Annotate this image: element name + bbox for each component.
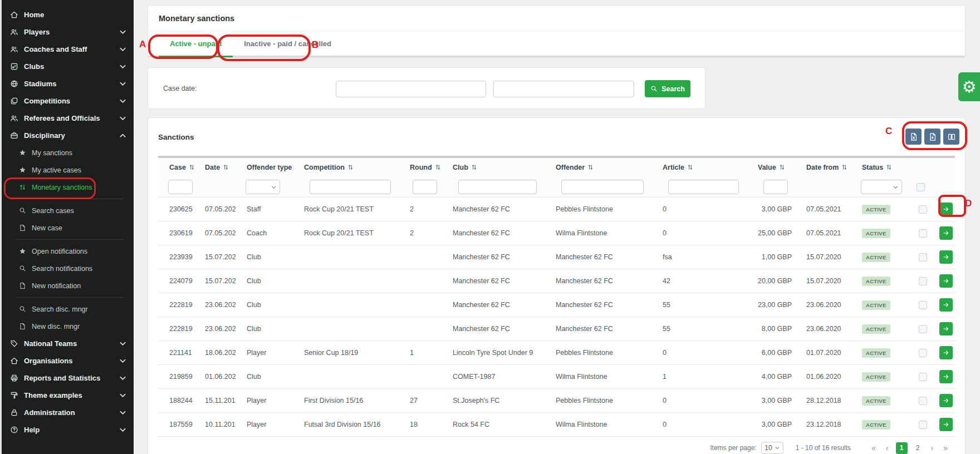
open-sanction-button[interactable] <box>939 250 953 264</box>
row-checkbox[interactable] <box>919 349 927 357</box>
items-per-page-select[interactable]: 10 <box>761 442 783 454</box>
sidebar-item-open-notifications[interactable]: Open notifications <box>2 243 134 260</box>
sidebar-item-my-sanctions[interactable]: My sanctions <box>2 144 134 161</box>
sidebar-item-new-case[interactable]: New case <box>2 219 134 236</box>
open-sanction-button[interactable] <box>939 322 953 335</box>
page-button-2[interactable]: 2 <box>912 442 924 454</box>
column-header-club[interactable]: Club <box>442 158 545 177</box>
next-page-button[interactable]: › <box>926 443 939 452</box>
sidebar-item-monetary-sanctions[interactable]: Monetary sanctions <box>2 179 134 196</box>
last-page-button[interactable]: » <box>938 443 953 452</box>
column-header-date_from[interactable]: Date from <box>795 158 851 177</box>
sidebar-item-administration[interactable]: Administration <box>2 404 134 421</box>
cell-offender: Manchester 62 FC <box>545 293 651 317</box>
filter-competition-input[interactable] <box>310 180 391 194</box>
filter-club-input[interactable] <box>458 180 537 194</box>
sidebar-item-organisations[interactable]: Organisations <box>2 352 134 369</box>
settings-flyout-button[interactable]: ⚙ <box>958 72 980 101</box>
row-checkbox[interactable] <box>919 325 927 333</box>
open-sanction-button[interactable] <box>939 298 953 312</box>
roller-icon <box>10 391 18 399</box>
table-row: 22393915.07.2020ClubManchester 62 FCManc… <box>158 245 956 269</box>
row-checkbox[interactable] <box>919 253 927 261</box>
tab-active-unpaid[interactable]: Active - unpaid <box>159 31 233 56</box>
cell-offender_type: Club <box>236 245 293 269</box>
sidebar-item-help[interactable]: Help <box>2 421 134 438</box>
sidebar-item-reports-and-statistics[interactable]: Reports and Statistics <box>2 369 134 387</box>
excel-file-icon <box>909 132 918 141</box>
status-badge: ACTIVE <box>862 229 890 238</box>
filter-article-input[interactable] <box>668 180 739 194</box>
search-button[interactable]: Search <box>645 80 690 97</box>
home-icon <box>10 11 18 19</box>
row-checkbox[interactable] <box>919 301 927 309</box>
cell-club: Manchester 62 FC <box>442 293 545 317</box>
export-pdf-button[interactable] <box>924 129 940 145</box>
sidebar-item-label: New case <box>32 224 62 232</box>
filter-offender-input[interactable] <box>561 180 644 194</box>
sidebar-item-national-teams[interactable]: National Teams <box>2 335 134 352</box>
filter-case-input[interactable] <box>168 180 193 194</box>
sidebar-item-my-active-cases[interactable]: My active cases <box>2 161 134 179</box>
filter-status-select[interactable] <box>861 180 902 194</box>
row-checkbox[interactable] <box>919 373 927 381</box>
sidebar-item-label: Administration <box>24 408 75 417</box>
chevron-down-icon <box>271 184 277 190</box>
row-checkbox[interactable] <box>919 397 927 405</box>
sidebar-item-new-disc-mngr[interactable]: New disc. mngr <box>2 318 134 335</box>
cell-date_from: 07.05.2021 <box>795 198 851 221</box>
open-sanction-button[interactable] <box>939 346 953 359</box>
sidebar-item-coaches-and-staff[interactable]: Coaches and Staff <box>2 41 134 58</box>
page-button-1[interactable]: 1 <box>896 442 908 454</box>
case-date-to-input[interactable] <box>493 81 634 97</box>
sidebar-item-search-disc-mngr[interactable]: Search disc. mngr <box>2 300 134 318</box>
cell-action <box>935 198 956 221</box>
sidebar-item-competitions[interactable]: Competitions <box>2 92 134 110</box>
cell-round: 1 <box>399 341 442 365</box>
column-settings-button[interactable] <box>943 129 959 145</box>
column-header-offender[interactable]: Offender <box>545 158 651 177</box>
column-header-value[interactable]: Value <box>747 158 795 177</box>
case-date-from-input[interactable] <box>336 81 486 97</box>
cell-status: ACTIVE <box>851 341 906 365</box>
tab-inactive-paid-cancelled[interactable]: Inactive - paid / cancelled <box>233 31 342 56</box>
filter-offender_type-select[interactable] <box>246 180 280 194</box>
sidebar-item-theme-examples[interactable]: Theme examples <box>2 387 134 404</box>
first-page-button[interactable]: « <box>866 443 881 452</box>
sidebar-item-clubs[interactable]: Clubs <box>2 58 134 75</box>
export-excel-button[interactable] <box>905 129 922 145</box>
open-sanction-button[interactable] <box>939 394 953 407</box>
prev-page-button[interactable]: ‹ <box>881 443 894 452</box>
row-checkbox[interactable] <box>919 229 927 238</box>
sidebar-item-referees-and-officials[interactable]: Referees and Officials <box>2 110 134 127</box>
filter-round-input[interactable] <box>413 180 437 194</box>
open-sanction-button[interactable] <box>939 418 953 431</box>
sidebar-item-disciplinary[interactable]: Disciplinary <box>2 127 134 144</box>
open-sanction-button[interactable] <box>939 203 953 216</box>
column-header-date[interactable]: Date <box>194 158 236 177</box>
cell-case: 187559 <box>158 413 194 437</box>
row-checkbox[interactable] <box>919 277 927 285</box>
sidebar-item-search-notifications[interactable]: Search notifications <box>2 260 134 277</box>
cell-select <box>906 317 935 341</box>
column-header-article[interactable]: Article <box>651 158 747 177</box>
sidebar-item-players[interactable]: Players <box>2 23 134 41</box>
open-sanction-button[interactable] <box>939 274 953 288</box>
open-sanction-button[interactable] <box>939 226 953 240</box>
sidebar-item-search-cases[interactable]: Search cases <box>2 202 134 219</box>
column-header-case[interactable]: Case <box>158 158 194 177</box>
column-header-competition[interactable]: Competition <box>293 158 399 177</box>
column-header-status[interactable]: Status <box>851 158 906 177</box>
column-header-round[interactable]: Round <box>399 158 442 177</box>
row-checkbox[interactable] <box>919 205 927 214</box>
filter-value-input[interactable] <box>763 180 788 194</box>
row-checkbox[interactable] <box>919 421 927 429</box>
select-all-checkbox[interactable] <box>917 183 925 191</box>
sidebar-item-home[interactable]: Home <box>2 6 134 23</box>
cell-action <box>935 365 956 389</box>
cell-offender: Manchester 62 FC <box>545 317 651 341</box>
sidebar-item-label: Players <box>24 28 50 36</box>
open-sanction-button[interactable] <box>939 370 953 383</box>
sidebar-item-stadiums[interactable]: Stadiums <box>2 75 134 92</box>
sidebar-item-new-notification[interactable]: New notification <box>2 277 134 294</box>
